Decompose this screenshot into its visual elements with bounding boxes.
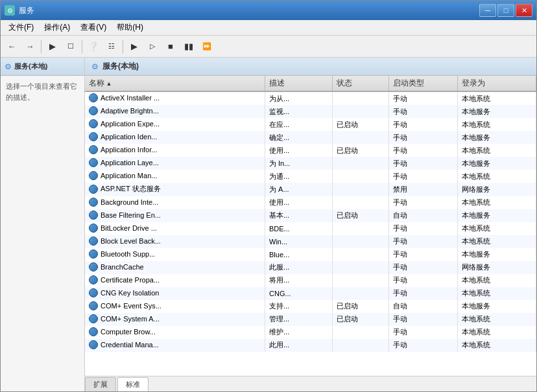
service-logon: 本地系统 (457, 274, 536, 287)
table-row[interactable]: ASP.NET 状态服务为 A...禁用网络服务 (85, 183, 536, 196)
table-row[interactable]: CNG Key IsolationCNG...手动本地系统 (85, 287, 536, 300)
tab-standard[interactable]: 标准 (117, 377, 149, 391)
sidebar: ⚙ 服务(本地) 选择一个项目来查看它的描述。 (1, 58, 85, 391)
service-status (333, 326, 389, 339)
toolbar-separator-3 (123, 40, 123, 53)
restart-button[interactable]: ⏩ (198, 38, 215, 55)
service-icon (89, 249, 98, 259)
minimize-button[interactable]: ─ (479, 4, 496, 17)
service-name-cell: Block Level Back... (85, 235, 265, 248)
back-button[interactable]: ← (3, 38, 20, 55)
col-desc[interactable]: 描述 (265, 76, 333, 91)
service-icon (89, 224, 98, 233)
table-row[interactable]: Credential Mana...此用...手动本地系统 (85, 339, 536, 352)
tab-extended[interactable]: 扩展 (85, 377, 116, 391)
service-icon (89, 119, 98, 128)
service-desc: 确定... (265, 131, 333, 144)
service-starttype: 手动 (388, 91, 457, 105)
toolbar-separator-1 (41, 40, 42, 53)
table-row[interactable]: Certificate Propa...将用...手动本地系统 (85, 274, 536, 287)
col-status[interactable]: 状态 (333, 76, 389, 91)
table-row[interactable]: Computer Brow...维护...手动本地系统 (85, 326, 536, 339)
menu-view[interactable]: 查看(V) (75, 21, 112, 34)
view-button[interactable]: ☷ (103, 38, 120, 55)
toolbar: ← → ▶ ☐ ❔ ☷ ▶ ▷ ■ ▮▮ ⏩ (1, 36, 536, 58)
service-logon: 本地服务 (457, 248, 536, 261)
service-name-cell: Certificate Propa... (85, 274, 265, 287)
service-name-cell: Application Infor... (85, 144, 265, 157)
forward-button[interactable]: → (21, 38, 38, 55)
table-row[interactable]: Block Level Back...Win...手动本地系统 (85, 235, 536, 248)
table-row[interactable]: COM+ Event Sys...支持...已启动自动本地服务 (85, 300, 536, 313)
service-starttype: 禁用 (388, 183, 457, 196)
table-row[interactable]: Application Expe...在应...已启动手动本地系统 (85, 118, 536, 131)
play-button[interactable]: ▶ (126, 38, 143, 55)
table-row[interactable]: Application Infor...使用...已启动手动本地系统 (85, 144, 536, 157)
help-button[interactable]: ❔ (85, 38, 102, 55)
table-row[interactable]: Application Laye...为 In...手动本地服务 (85, 157, 536, 170)
service-icon (89, 158, 98, 167)
col-logon[interactable]: 登录为 (457, 76, 536, 91)
stop-button[interactable]: ■ (162, 38, 179, 55)
table-row[interactable]: Base Filtering En...基本...已启动自动本地服务 (85, 209, 536, 222)
menubar: 文件(F) 操作(A) 查看(V) 帮助(H) (1, 20, 536, 36)
table-row[interactable]: BranchCache此服...手动网络服务 (85, 261, 536, 274)
service-name-cell: Application Iden... (85, 131, 265, 144)
services-table: 名称 描述 状态 启动类型 登录为 ActiveX Installer ...为… (85, 76, 536, 352)
services-tbody: ActiveX Installer ...为从...手动本地系统Adaptive… (85, 91, 536, 352)
service-starttype: 手动 (388, 157, 457, 170)
table-row[interactable]: Application Iden...确定...手动本地服务 (85, 131, 536, 144)
table-row[interactable]: BitLocker Drive ...BDE...手动本地系统 (85, 222, 536, 235)
service-logon: 本地服务 (457, 157, 536, 170)
menu-action[interactable]: 操作(A) (39, 21, 75, 34)
play2-button[interactable]: ▷ (144, 38, 161, 55)
service-starttype: 手动 (388, 196, 457, 209)
service-name-cell: COM+ System A... (85, 313, 265, 326)
service-icon (89, 211, 98, 220)
service-icon (89, 171, 98, 180)
sidebar-header-text: 服务(本地) (14, 62, 47, 71)
service-starttype: 手动 (388, 261, 457, 274)
service-desc: Win... (265, 235, 333, 248)
titlebar-icon: ⚙ (5, 5, 15, 16)
titlebar-left: ⚙ 服务 (5, 5, 34, 16)
toolbar-separator-2 (82, 40, 82, 53)
service-status: 已启动 (333, 118, 389, 131)
menu-file[interactable]: 文件(F) (3, 21, 39, 34)
refresh-button[interactable]: ▶ (44, 38, 61, 55)
content-area: ⚙ 服务(本地) 名称 描述 状态 启动类型 登录为 (85, 58, 536, 391)
table-row[interactable]: COM+ System A...管理...已启动手动本地系统 (85, 313, 536, 326)
content-header: ⚙ 服务(本地) (85, 58, 536, 76)
service-starttype: 手动 (388, 222, 457, 235)
service-status (333, 105, 389, 118)
close-button[interactable]: ✕ (516, 4, 532, 17)
service-status (333, 287, 389, 300)
menu-help[interactable]: 帮助(H) (112, 21, 149, 34)
service-desc: 为通... (265, 170, 333, 183)
table-row[interactable]: Adaptive Brightn...监视...手动本地服务 (85, 105, 536, 118)
console-button[interactable]: ☐ (62, 38, 79, 55)
table-row[interactable]: Bluetooth Supp...Blue...手动本地服务 (85, 248, 536, 261)
services-table-wrap[interactable]: 名称 描述 状态 启动类型 登录为 ActiveX Installer ...为… (85, 76, 536, 376)
service-desc: 使用... (265, 144, 333, 157)
service-desc: 维护... (265, 326, 333, 339)
maximize-button[interactable]: □ (497, 4, 514, 17)
table-row[interactable]: Background Inte...使用...手动本地系统 (85, 196, 536, 209)
service-desc: 管理... (265, 313, 333, 326)
main-window: ⚙ 服务 ─ □ ✕ 文件(F) 操作(A) 查看(V) 帮助(H) ← → ▶… (0, 0, 537, 392)
service-desc: 将用... (265, 274, 333, 287)
service-status (333, 274, 389, 287)
window-title: 服务 (19, 5, 34, 16)
service-name-cell: ASP.NET 状态服务 (85, 183, 265, 196)
col-starttype[interactable]: 启动类型 (388, 76, 457, 91)
pause-button[interactable]: ▮▮ (180, 38, 197, 55)
service-status (333, 248, 389, 261)
service-name-cell: CNG Key Isolation (85, 287, 265, 300)
col-name[interactable]: 名称 (85, 76, 265, 91)
service-icon (89, 236, 98, 246)
service-starttype: 手动 (388, 287, 457, 300)
table-row[interactable]: ActiveX Installer ...为从...手动本地系统 (85, 91, 536, 105)
table-row[interactable]: Application Man...为通...手动本地系统 (85, 170, 536, 183)
service-name-cell: Application Expe... (85, 118, 265, 131)
service-icon (89, 132, 98, 141)
